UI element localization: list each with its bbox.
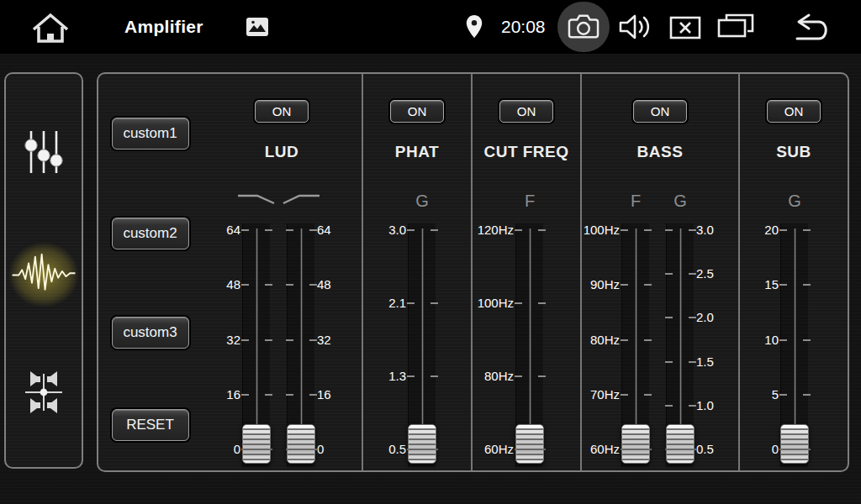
- scale-label: 100Hz: [478, 295, 514, 312]
- channel-strip-sub: ONSUBG20151050: [738, 74, 848, 470]
- recent-apps-button[interactable]: [716, 13, 755, 44]
- power-toggle-sub[interactable]: ON: [767, 100, 821, 123]
- sidebar-item-sound-effects[interactable]: [13, 244, 74, 305]
- preset-button-custom2[interactable]: custom2: [112, 218, 189, 249]
- tick-mark: [265, 394, 272, 396]
- tick-mark: [803, 394, 811, 396]
- tick-mark: [407, 229, 415, 231]
- channel-strip-phat: ONPHATG3.02.11.30.5: [362, 74, 471, 470]
- channel-title: BASS: [582, 143, 738, 161]
- tick-mark: [665, 317, 673, 318]
- camera-button[interactable]: [557, 2, 610, 52]
- tick-mark: [779, 394, 787, 396]
- clock: 20:08: [501, 0, 546, 54]
- slider-bass-1: G3.02.52.01.51.00.5: [661, 190, 738, 470]
- slider-phat-0: G3.02.11.30.5: [363, 190, 471, 470]
- scale-label: 20: [764, 222, 779, 239]
- power-toggle-lud[interactable]: ON: [255, 100, 309, 123]
- tick-mark: [779, 229, 787, 231]
- back-icon: [787, 34, 832, 46]
- tick-mark: [803, 229, 811, 231]
- tick-mark: [665, 361, 673, 363]
- close-app-button[interactable]: [669, 16, 701, 42]
- scale-label: 0: [772, 441, 779, 458]
- tick-mark: [803, 339, 811, 341]
- tick-mark: [621, 339, 628, 341]
- tick-mark: [265, 339, 272, 341]
- tick-mark: [803, 284, 811, 286]
- sliders-row: G20151050: [740, 190, 848, 470]
- balance-fader-icon: [19, 368, 68, 419]
- scale-label: 16: [317, 386, 331, 403]
- scale-label: 5: [772, 386, 779, 403]
- tick-mark: [430, 302, 438, 304]
- tick-mark: [644, 229, 652, 231]
- gallery-button[interactable]: [246, 18, 268, 39]
- sound-wave-icon: [11, 249, 77, 301]
- tick-mark: [241, 394, 249, 396]
- tick-mark: [407, 302, 415, 304]
- slider-thumb-lud-0[interactable]: [242, 424, 271, 464]
- reset-button[interactable]: RESET: [112, 409, 189, 441]
- tick-mark: [621, 229, 628, 231]
- sidebar-item-balance-fader[interactable]: [13, 363, 74, 423]
- tick-mark: [538, 302, 546, 304]
- scale-label: 1.5: [696, 354, 714, 370]
- page-title: Amplifier: [124, 0, 203, 54]
- slider-thumb-phat-0[interactable]: [408, 424, 436, 464]
- scale-label: 80Hz: [484, 368, 514, 385]
- volume-icon: [617, 32, 652, 45]
- volume-button[interactable]: [617, 12, 652, 45]
- tick-mark: [779, 284, 787, 286]
- power-toggle-cut-freq[interactable]: ON: [499, 100, 553, 123]
- scale-label: 48: [317, 276, 331, 293]
- preset-button-custom3[interactable]: custom3: [112, 317, 189, 349]
- slider-thumb-lud-1[interactable]: [287, 424, 315, 464]
- equalizer-sliders-icon: [23, 129, 65, 178]
- tick-mark: [286, 394, 293, 396]
- tick-mark: [241, 229, 249, 231]
- power-toggle-phat[interactable]: ON: [390, 100, 444, 123]
- tick-mark: [515, 302, 522, 304]
- close-app-icon: [669, 29, 701, 42]
- tick-mark: [241, 339, 249, 341]
- scale-label: 64: [226, 222, 240, 239]
- param-letter: F: [509, 190, 551, 212]
- sliders-row: F120Hz100Hz80Hz60Hz: [473, 190, 580, 470]
- channel-title: CUT FREQ: [473, 143, 580, 161]
- scale-label: 60Hz: [590, 441, 620, 458]
- scale-label: 16: [226, 386, 240, 403]
- tick-mark: [665, 229, 673, 231]
- tick-mark: [779, 339, 787, 341]
- slider-thumb-bass-0[interactable]: [621, 424, 650, 464]
- sidebar-item-equalizer[interactable]: [13, 123, 74, 183]
- slider-thumb-bass-1[interactable]: [666, 424, 695, 464]
- sliders-row: F100Hz90Hz80Hz70Hz60HzG3.02.52.01.51.00.…: [582, 190, 738, 470]
- scale-label: 3.0: [696, 222, 714, 239]
- scale-label: 60Hz: [484, 441, 514, 458]
- tick-mark: [286, 339, 293, 341]
- location-pin-icon: [465, 14, 483, 43]
- scale-label: 0.5: [696, 441, 714, 458]
- preset-button-custom1[interactable]: custom1: [112, 118, 189, 150]
- scale-label: 32: [226, 332, 240, 349]
- tick-mark: [265, 229, 272, 231]
- scale-label: 15: [764, 276, 779, 293]
- amplifier-panel: custom1custom2custom3RESET ONLUD64483216…: [97, 72, 849, 472]
- power-toggle-bass[interactable]: ON: [633, 100, 687, 123]
- slider-bass-0: F100Hz90Hz80Hz70Hz60Hz: [582, 190, 661, 470]
- home-icon: [30, 34, 71, 46]
- scale-label: 10: [764, 332, 779, 349]
- tick-mark: [689, 229, 696, 231]
- tick-mark: [515, 375, 522, 377]
- scale-label: 120Hz: [478, 222, 514, 239]
- tick-mark: [665, 273, 673, 275]
- back-button[interactable]: [787, 12, 832, 46]
- sidebar: [4, 72, 83, 469]
- home-button[interactable]: [30, 10, 71, 46]
- scale-label: 0: [234, 441, 240, 458]
- slider-thumb-sub-0[interactable]: [780, 424, 809, 464]
- slider-thumb-cut-freq-0[interactable]: [515, 424, 544, 464]
- channel-strip-bass: ONBASSF100Hz90Hz80Hz70Hz60HzG3.02.52.01.…: [580, 74, 738, 470]
- tick-mark: [241, 284, 249, 286]
